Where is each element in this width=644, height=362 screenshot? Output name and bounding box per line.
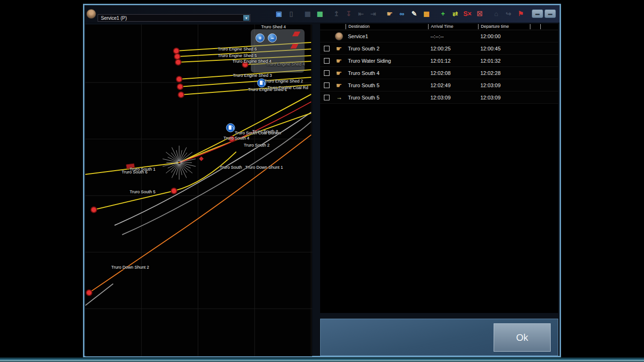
table-header: Destination Arrival Time Departure time bbox=[320, 24, 558, 30]
table-row[interactable]: ☛ Truro South 4 12:02:08 12:02:28 bbox=[320, 67, 558, 79]
header-checkbox-col bbox=[320, 24, 332, 29]
destination-cell: Truro Water Siding bbox=[346, 58, 428, 64]
stop-marker[interactable] bbox=[177, 84, 183, 90]
clear-grid-icon[interactable]: ☒ bbox=[474, 8, 485, 19]
arrival-cell: 12:02:08 bbox=[428, 70, 478, 76]
table-row[interactable]: ☛ Truro South 5 12:02:49 12:03:09 bbox=[320, 79, 558, 91]
stop-marker[interactable] bbox=[171, 188, 177, 194]
timetable-panel: Destination Arrival Time Departure time … bbox=[320, 24, 558, 313]
flag-icon[interactable]: ⚑ bbox=[515, 8, 526, 19]
toolbar-icon-group: ▣▯▦▦↥↧⇤⇥☛∞✎▩+⇄S×☒⌂↪⚑▬▬ bbox=[273, 7, 556, 20]
remove-service-icon[interactable]: S× bbox=[462, 8, 473, 19]
fuel-pump-icon bbox=[257, 79, 266, 87]
stop-hand-icon: ☛ bbox=[332, 45, 346, 52]
red-building-icon bbox=[290, 44, 298, 49]
fuel-pump-icon bbox=[226, 123, 235, 132]
screen-bottom-glow bbox=[0, 357, 644, 362]
header-destination: Destination bbox=[346, 24, 428, 29]
header-arrival: Arrival Time bbox=[428, 24, 478, 29]
row-checkbox[interactable] bbox=[324, 95, 330, 100]
delete-icon: ▯ bbox=[286, 8, 297, 19]
header-departure: Departure time bbox=[478, 24, 530, 29]
stop-marker[interactable] bbox=[173, 48, 179, 54]
header-extra-1 bbox=[530, 24, 540, 29]
destination-cell: Truro South 5 bbox=[346, 82, 428, 88]
map-grid bbox=[85, 25, 312, 356]
binoculars-icon[interactable]: ∞ bbox=[396, 8, 407, 19]
download-icon: ↧ bbox=[343, 8, 354, 19]
departure-cell: 12:00:45 bbox=[478, 46, 530, 51]
window-button-2[interactable]: ▬ bbox=[545, 9, 556, 18]
chevron-down-icon[interactable]: ▼ bbox=[243, 15, 249, 21]
ok-button[interactable]: Ok bbox=[494, 323, 551, 352]
arrival-cell: 12:03:09 bbox=[428, 95, 478, 100]
destination-cell: Truro South 5 bbox=[346, 95, 428, 100]
export-up-icon: ↥ bbox=[331, 8, 342, 19]
map-tracks bbox=[85, 25, 312, 356]
insert-before-icon: ⇤ bbox=[355, 8, 366, 19]
header-icon-col bbox=[332, 24, 346, 29]
arrival-cell: 12:02:49 bbox=[428, 82, 478, 88]
table-row[interactable]: ☛ Truro South 2 12:00:25 12:00:45 bbox=[320, 42, 558, 55]
table-row[interactable]: ☛ Truro Water Siding 12:01:12 12:01:32 bbox=[320, 55, 558, 67]
stop-hand-icon: ☛ bbox=[332, 82, 346, 89]
stop-marker[interactable] bbox=[229, 136, 235, 142]
exit-icon: ↪ bbox=[503, 8, 514, 19]
arrival-cell: 12:00:25 bbox=[428, 46, 478, 51]
service-dropdown-value: Service1 (P) bbox=[101, 16, 127, 21]
stop-marker[interactable] bbox=[86, 290, 92, 296]
departure-cell: 12:02:28 bbox=[478, 70, 530, 76]
driver-avatar-icon bbox=[335, 32, 343, 41]
confirm-panel: Ok bbox=[320, 319, 558, 356]
departure-cell: 12:00:00 bbox=[478, 33, 530, 39]
stop-marker[interactable] bbox=[242, 62, 248, 67]
stop-markers bbox=[86, 48, 248, 296]
row-checkbox[interactable] bbox=[324, 82, 330, 88]
destination-cell: Truro South 4 bbox=[346, 70, 428, 76]
arrival-cell: 12:01:12 bbox=[428, 58, 478, 64]
window-button-1[interactable]: ▬ bbox=[532, 9, 543, 18]
destination-cell: Service1 bbox=[346, 33, 428, 39]
row-checkbox[interactable] bbox=[324, 58, 330, 64]
stop-marker[interactable] bbox=[91, 207, 97, 213]
palette-grid-icon[interactable]: ▩ bbox=[421, 8, 432, 19]
final-destination-arrow-icon: → bbox=[332, 94, 346, 101]
table-row[interactable]: Service1 --:--:-- 12:00:00 bbox=[320, 30, 558, 42]
route-map-canvas[interactable]: Truro Shed 4Truro Engine Shed 6Truro Eng… bbox=[85, 25, 312, 356]
zoom-out-button[interactable]: − bbox=[268, 33, 277, 42]
stop-marker[interactable] bbox=[175, 59, 181, 65]
stop-marker[interactable] bbox=[174, 54, 180, 59]
hand-tool-icon[interactable]: ☛ bbox=[384, 8, 395, 19]
desktop: Service1 (P) ▼ ▣▯▦▦↥↧⇤⇥☛∞✎▩+⇄S×☒⌂↪⚑▬▬ bbox=[0, 0, 644, 362]
map-zoom-panel: + − bbox=[251, 29, 305, 73]
stop-marker[interactable] bbox=[176, 76, 182, 82]
arrival-cell: --:--:-- bbox=[428, 33, 478, 39]
row-checkbox[interactable] bbox=[324, 70, 330, 76]
save-icon[interactable]: ▣ bbox=[273, 8, 284, 19]
grid-icon: ▦ bbox=[302, 8, 313, 19]
driver-avatar-icon bbox=[86, 9, 96, 19]
departure-cell: 12:03:09 bbox=[478, 82, 530, 88]
stop-marker[interactable] bbox=[178, 92, 184, 98]
destination-cell: Truro South 2 bbox=[346, 46, 428, 51]
add-service-icon[interactable]: + bbox=[438, 8, 448, 19]
toolbar: Service1 (P) ▼ ▣▯▦▦↥↧⇤⇥☛∞✎▩+⇄S×☒⌂↪⚑▬▬ bbox=[84, 5, 560, 23]
grid-colored-icon[interactable]: ▦ bbox=[314, 8, 325, 19]
departure-cell: 12:01:32 bbox=[478, 58, 530, 64]
junction-marker-icon bbox=[199, 156, 204, 161]
row-checkbox[interactable] bbox=[324, 46, 330, 51]
departure-cell: 12:03:09 bbox=[478, 95, 530, 100]
red-building-icon bbox=[292, 32, 300, 36]
home-icon: ⌂ bbox=[491, 8, 502, 19]
zoom-in-button[interactable]: + bbox=[256, 33, 264, 42]
edit-timetable-icon[interactable]: ✎ bbox=[409, 8, 420, 19]
service-dropdown[interactable]: Service1 (P) ▼ bbox=[98, 14, 250, 22]
loco-marker-icon[interactable] bbox=[126, 164, 135, 169]
stop-hand-icon: ☛ bbox=[332, 57, 346, 65]
table-row[interactable]: → Truro South 5 12:03:09 12:03:09 bbox=[320, 91, 558, 104]
stop-hand-icon: ☛ bbox=[332, 69, 346, 77]
swap-arrows-icon[interactable]: ⇄ bbox=[450, 8, 461, 19]
timetable-editor-window: Service1 (P) ▼ ▣▯▦▦↥↧⇤⇥☛∞✎▩+⇄S×☒⌂↪⚑▬▬ bbox=[83, 4, 561, 357]
header-extra-2 bbox=[540, 24, 558, 29]
insert-after-icon: ⇥ bbox=[368, 8, 379, 19]
